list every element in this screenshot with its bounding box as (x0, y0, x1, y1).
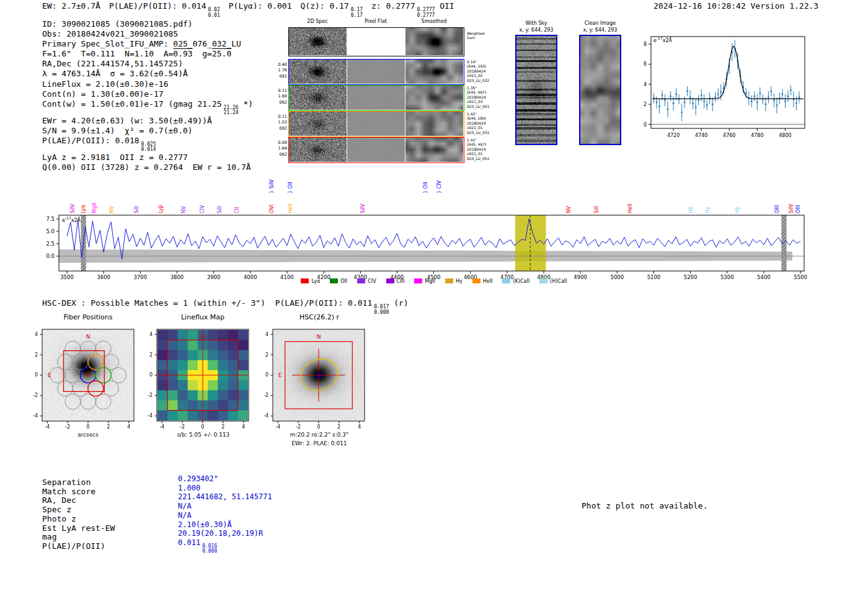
svg-text:2: 2 (644, 102, 647, 107)
emission-label-HeII: HeII (288, 203, 293, 213)
spec2d-image-row1 (289, 60, 347, 84)
svg-text:-2: -2 (33, 393, 38, 398)
smoothed-image-row2 (405, 86, 463, 110)
emission-label-Hδ: Hδ (688, 207, 694, 213)
emission-label-CIV: CIV (200, 205, 205, 213)
hsc-caption-1: m:20.2 re:2.2" s:0.3" (257, 432, 381, 438)
emission-label-NV: NV (181, 206, 187, 213)
svg-text:0: 0 (265, 372, 268, 378)
emission-label-OII: } OII (288, 182, 293, 193)
svg-text:3800: 3800 (170, 274, 184, 280)
emission-label-Hβ: Hβ (735, 207, 740, 213)
svg-text:-2: -2 (296, 424, 301, 430)
hsc-caption-2: EWr: 2. PLAE: 0.011 (257, 440, 381, 447)
summary-plae: P(LAE)/P(OII): 0.014 (109, 1, 206, 11)
svg-text:0: 0 (149, 372, 153, 378)
emission-label-SiIV: SiIV (360, 203, 366, 213)
svg-text:5500: 5500 (794, 274, 807, 280)
match-row-value: 1.000 (178, 484, 200, 492)
svg-text:4: 4 (127, 424, 130, 430)
svg-text:4700: 4700 (500, 274, 514, 280)
smoothed-image-row3 (405, 112, 463, 136)
pixelflat-image-row3 (347, 112, 405, 136)
svg-text:5.0: 5.0 (46, 228, 55, 234)
svg-text:-4: -4 (159, 424, 164, 430)
match-row-label: RA, Dec (42, 496, 178, 505)
emission-label-Hγ: Hγ (705, 207, 711, 213)
fiber-positions-plot: -4-4-2-2002244NE (19, 321, 143, 440)
info-line-5: λ = 4763.14Å σ = 3.62(±0.54)Å (42, 69, 253, 79)
svg-text:-4: -4 (148, 413, 153, 419)
svg-text:-4: -4 (45, 424, 50, 430)
emission-label-SiIV: SiIV (789, 203, 794, 213)
withsky-frame (515, 35, 557, 145)
compass-east: E (48, 372, 51, 378)
svg-text:4400: 4400 (391, 274, 404, 280)
svg-text:0: 0 (644, 122, 647, 128)
emission-label-CIV: } CIV (436, 180, 442, 193)
cutout-row-1 (288, 59, 464, 85)
weighted-sum-label: WeightedSum (467, 31, 495, 40)
range-limits: 21.2621.24 (224, 105, 239, 116)
emission-label-Lyβ: Lyβ (158, 205, 164, 213)
col-header-smoothed: Smoothed (405, 19, 463, 24)
svg-text:0: 0 (317, 424, 320, 430)
svg-text:4740: 4740 (695, 133, 707, 138)
cutout-row-weights-3: 0.111.53082 (275, 114, 287, 131)
pixelflat-image-row4 (347, 138, 405, 162)
svg-text:0: 0 (35, 372, 38, 378)
spec2d-image-row2 (289, 86, 347, 110)
compass-north: N (201, 334, 205, 340)
summary-ew: EW: 2.7±0.7Å (42, 1, 100, 11)
cutout-row-3 (288, 111, 464, 137)
emission-label-OII: } OII (423, 182, 428, 193)
svg-text:-2: -2 (264, 393, 268, 398)
svg-text:2: 2 (221, 424, 224, 430)
range-limits: 0.0160.008 (202, 544, 217, 554)
match-row-7: P(LAE)/P(OII)0.0110.0160.008 (42, 542, 272, 558)
match-row-0: Separation0.293402" (42, 478, 272, 487)
summary-plae-limits: 0.020.01 (208, 7, 219, 18)
fiber-positions-title: Fiber Positions (42, 313, 134, 321)
svg-text:3500: 3500 (60, 274, 74, 280)
col-header-pixel-flat: Pixel Flat (347, 19, 405, 24)
cutout-row-weights-4: 0.091.64062 (275, 140, 287, 158)
detection-info-block: ID: 3090021085 (3090021085.pdf)Obs: 2018… (42, 19, 253, 172)
photz-note: Phot z plot not available. (582, 501, 708, 510)
smoothed-image-row4 (405, 138, 463, 162)
svg-text:0: 0 (201, 424, 204, 430)
svg-text:4720: 4720 (667, 133, 680, 138)
cutout-row-meta-3: 1.42"(644, 284)20180424v021_01025_LU_031 (467, 112, 495, 135)
compass-east: E (278, 372, 282, 378)
emission-label-CII: CII (234, 207, 240, 213)
cutout-row-meta-2: 1.35"(645, 467)20180424v021_03025_LU_051 (467, 86, 495, 109)
svg-text:5100: 5100 (647, 274, 661, 280)
cutout-row-weights-2: 0.111.69062 (275, 88, 287, 105)
info-line-0: ID: 3090021085 (3090021085.pdf) (42, 19, 253, 29)
match-row-label: P(LAE)/P(OII) (42, 542, 178, 551)
emission-label-SiII: SiII (594, 206, 600, 213)
summary-z-limits: 0.27770.2777 (417, 7, 435, 18)
info-line-12: LyA z = 2.9181 OII z = 0.2777 (42, 153, 253, 162)
hsc-image-plot: -4-4-2-2002244NE (249, 321, 373, 440)
svg-text:4760: 4760 (723, 133, 735, 138)
cutout-row-0 (288, 27, 464, 56)
svg-text:5300: 5300 (720, 274, 734, 280)
compass-north: N (86, 334, 91, 340)
lineflux-caption: s/b: 5.05 +/- 0.113 (148, 432, 259, 438)
line-fit-chart: 4720474047604780480002468 (639, 30, 812, 144)
svg-text:5200: 5200 (684, 274, 698, 280)
svg-text:2: 2 (265, 352, 268, 358)
svg-text:4000: 4000 (244, 274, 257, 280)
info-line-11: P(LAE)/P(OII): 0.0180.0250.014 (42, 136, 253, 153)
match-row-value: 0.0110.0160.008 (178, 538, 217, 547)
svg-text:2.5: 2.5 (46, 241, 55, 247)
svg-text:4: 4 (242, 424, 245, 430)
match-row-4: Photo zN/A (42, 515, 272, 524)
svg-text:4: 4 (35, 332, 38, 337)
info-line-2: Primary Spec_Slot_IFU_AMP: 025_076_032_L… (42, 39, 253, 49)
svg-text:4300: 4300 (353, 274, 367, 280)
clean-image (580, 36, 620, 144)
clean-frame (579, 35, 621, 145)
svg-text:-4: -4 (275, 424, 280, 430)
